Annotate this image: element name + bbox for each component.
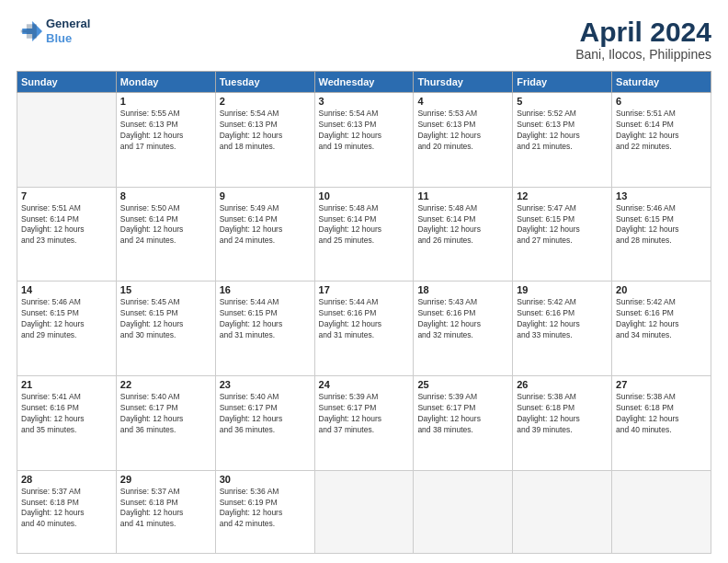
table-row: 29Sunrise: 5:37 AM Sunset: 6:18 PM Dayli… (116, 470, 215, 553)
col-wednesday: Wednesday (314, 72, 414, 93)
day-info: Sunrise: 5:44 AM Sunset: 6:15 PM Dayligh… (220, 297, 311, 341)
table-row: 28Sunrise: 5:37 AM Sunset: 6:18 PM Dayli… (17, 470, 117, 553)
table-row (414, 470, 513, 553)
day-number: 26 (517, 379, 608, 390)
table-row: 13Sunrise: 5:46 AM Sunset: 6:15 PM Dayli… (612, 187, 711, 282)
header: General Blue April 2024 Bani, Ilocos, Ph… (17, 17, 711, 62)
day-number: 29 (120, 474, 211, 485)
logo-icon (17, 18, 42, 44)
day-number: 12 (517, 190, 608, 201)
week-row-2: 7Sunrise: 5:51 AM Sunset: 6:14 PM Daylig… (17, 187, 711, 282)
day-info: Sunrise: 5:49 AM Sunset: 6:14 PM Dayligh… (220, 203, 311, 247)
day-info: Sunrise: 5:46 AM Sunset: 6:15 PM Dayligh… (21, 297, 112, 341)
day-number: 3 (319, 96, 410, 107)
table-row: 17Sunrise: 5:44 AM Sunset: 6:16 PM Dayli… (314, 282, 414, 376)
table-row: 27Sunrise: 5:38 AM Sunset: 6:18 PM Dayli… (612, 376, 711, 471)
day-number: 1 (120, 96, 211, 107)
day-number: 9 (220, 190, 311, 201)
week-row-3: 14Sunrise: 5:46 AM Sunset: 6:15 PM Dayli… (17, 282, 711, 376)
column-header-row: Sunday Monday Tuesday Wednesday Thursday… (17, 72, 711, 93)
day-number: 18 (417, 284, 508, 295)
table-row: 3Sunrise: 5:54 AM Sunset: 6:13 PM Daylig… (314, 93, 414, 188)
table-row: 11Sunrise: 5:48 AM Sunset: 6:14 PM Dayli… (414, 187, 513, 282)
day-info: Sunrise: 5:50 AM Sunset: 6:14 PM Dayligh… (120, 203, 211, 247)
day-info: Sunrise: 5:47 AM Sunset: 6:15 PM Dayligh… (517, 203, 608, 247)
week-row-4: 21Sunrise: 5:41 AM Sunset: 6:16 PM Dayli… (17, 376, 711, 471)
main-title: April 2024 (575, 17, 711, 47)
table-row: 19Sunrise: 5:42 AM Sunset: 6:16 PM Dayli… (513, 282, 612, 376)
table-row: 2Sunrise: 5:54 AM Sunset: 6:13 PM Daylig… (215, 93, 314, 188)
day-info: Sunrise: 5:39 AM Sunset: 6:17 PM Dayligh… (417, 392, 508, 436)
table-row (17, 93, 117, 188)
week-row-1: 1Sunrise: 5:55 AM Sunset: 6:13 PM Daylig… (17, 93, 711, 188)
page: General Blue April 2024 Bani, Ilocos, Ph… (0, 0, 728, 563)
table-row: 30Sunrise: 5:36 AM Sunset: 6:19 PM Dayli… (215, 470, 314, 553)
day-number: 8 (120, 190, 211, 201)
title-block: April 2024 Bani, Ilocos, Philippines (575, 17, 711, 62)
day-info: Sunrise: 5:51 AM Sunset: 6:14 PM Dayligh… (21, 203, 112, 247)
day-info: Sunrise: 5:40 AM Sunset: 6:17 PM Dayligh… (220, 392, 311, 436)
calendar-table: Sunday Monday Tuesday Wednesday Thursday… (17, 71, 711, 554)
day-info: Sunrise: 5:52 AM Sunset: 6:13 PM Dayligh… (517, 109, 608, 153)
day-info: Sunrise: 5:54 AM Sunset: 6:13 PM Dayligh… (319, 109, 410, 153)
day-info: Sunrise: 5:48 AM Sunset: 6:14 PM Dayligh… (417, 203, 508, 247)
table-row: 25Sunrise: 5:39 AM Sunset: 6:17 PM Dayli… (414, 376, 513, 471)
table-row: 1Sunrise: 5:55 AM Sunset: 6:13 PM Daylig… (116, 93, 215, 188)
table-row: 8Sunrise: 5:50 AM Sunset: 6:14 PM Daylig… (116, 187, 215, 282)
table-row: 16Sunrise: 5:44 AM Sunset: 6:15 PM Dayli… (215, 282, 314, 376)
table-row (513, 470, 612, 553)
subtitle: Bani, Ilocos, Philippines (575, 47, 711, 62)
day-info: Sunrise: 5:40 AM Sunset: 6:17 PM Dayligh… (120, 392, 211, 436)
day-number: 27 (616, 379, 707, 390)
table-row: 12Sunrise: 5:47 AM Sunset: 6:15 PM Dayli… (513, 187, 612, 282)
col-thursday: Thursday (414, 72, 513, 93)
table-row: 22Sunrise: 5:40 AM Sunset: 6:17 PM Dayli… (116, 376, 215, 471)
table-row: 4Sunrise: 5:53 AM Sunset: 6:13 PM Daylig… (414, 93, 513, 188)
day-number: 17 (319, 284, 410, 295)
table-row: 10Sunrise: 5:48 AM Sunset: 6:14 PM Dayli… (314, 187, 414, 282)
day-number: 14 (21, 284, 112, 295)
svg-marker-1 (21, 24, 37, 39)
week-row-5: 28Sunrise: 5:37 AM Sunset: 6:18 PM Dayli… (17, 470, 711, 553)
day-number: 20 (616, 284, 707, 295)
day-info: Sunrise: 5:45 AM Sunset: 6:15 PM Dayligh… (120, 297, 211, 341)
table-row: 23Sunrise: 5:40 AM Sunset: 6:17 PM Dayli… (215, 376, 314, 471)
table-row: 24Sunrise: 5:39 AM Sunset: 6:17 PM Dayli… (314, 376, 414, 471)
table-row: 21Sunrise: 5:41 AM Sunset: 6:16 PM Dayli… (17, 376, 117, 471)
day-number: 28 (21, 474, 112, 485)
day-info: Sunrise: 5:46 AM Sunset: 6:15 PM Dayligh… (616, 203, 707, 247)
day-info: Sunrise: 5:54 AM Sunset: 6:13 PM Dayligh… (220, 109, 311, 153)
day-info: Sunrise: 5:55 AM Sunset: 6:13 PM Dayligh… (120, 109, 211, 153)
day-number: 23 (220, 379, 311, 390)
table-row: 26Sunrise: 5:38 AM Sunset: 6:18 PM Dayli… (513, 376, 612, 471)
table-row: 6Sunrise: 5:51 AM Sunset: 6:14 PM Daylig… (612, 93, 711, 188)
day-info: Sunrise: 5:41 AM Sunset: 6:16 PM Dayligh… (21, 392, 112, 436)
day-number: 4 (417, 96, 508, 107)
day-number: 6 (616, 96, 707, 107)
day-number: 24 (319, 379, 410, 390)
col-sunday: Sunday (17, 72, 117, 93)
day-number: 7 (21, 190, 112, 201)
table-row (314, 470, 414, 553)
col-saturday: Saturday (612, 72, 711, 93)
day-number: 21 (21, 379, 112, 390)
day-number: 19 (517, 284, 608, 295)
day-info: Sunrise: 5:42 AM Sunset: 6:16 PM Dayligh… (616, 297, 707, 341)
day-info: Sunrise: 5:44 AM Sunset: 6:16 PM Dayligh… (319, 297, 410, 341)
day-number: 5 (517, 96, 608, 107)
col-tuesday: Tuesday (215, 72, 314, 93)
day-number: 11 (417, 190, 508, 201)
day-info: Sunrise: 5:37 AM Sunset: 6:18 PM Dayligh… (120, 487, 211, 531)
day-number: 10 (319, 190, 410, 201)
table-row (612, 470, 711, 553)
day-info: Sunrise: 5:43 AM Sunset: 6:16 PM Dayligh… (417, 297, 508, 341)
col-friday: Friday (513, 72, 612, 93)
table-row: 7Sunrise: 5:51 AM Sunset: 6:14 PM Daylig… (17, 187, 117, 282)
day-info: Sunrise: 5:53 AM Sunset: 6:13 PM Dayligh… (417, 109, 508, 153)
logo: General Blue (17, 17, 90, 45)
day-info: Sunrise: 5:37 AM Sunset: 6:18 PM Dayligh… (21, 487, 112, 531)
table-row: 18Sunrise: 5:43 AM Sunset: 6:16 PM Dayli… (414, 282, 513, 376)
day-number: 2 (220, 96, 311, 107)
day-number: 13 (616, 190, 707, 201)
day-number: 15 (120, 284, 211, 295)
